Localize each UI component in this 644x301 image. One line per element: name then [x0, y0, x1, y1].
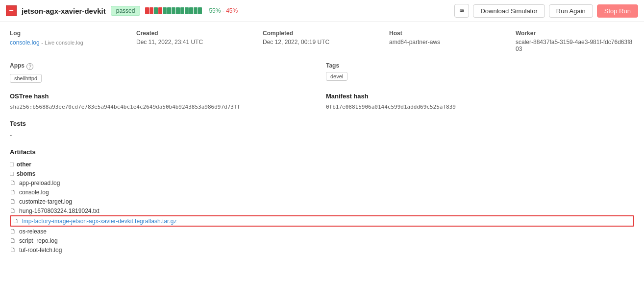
file-icon: 🗋 [13, 217, 19, 225]
progress-block-9 [185, 7, 189, 14]
progress-block-3 [158, 7, 162, 14]
folder-icon: □ [10, 170, 14, 177]
progress-block-6 [172, 7, 175, 14]
progress-block-2 [154, 7, 158, 14]
log-label: Log [10, 30, 128, 37]
artifact-name-2: app-preload.log [19, 180, 60, 186]
artifact-item-7: 🗋os-release [10, 227, 634, 236]
progress-block-4 [163, 7, 167, 14]
artifact-item-6[interactable]: 🗋lmp-factory-image-jetson-agx-xavier-dev… [10, 215, 634, 227]
terminal-button[interactable]: ⌨ [454, 4, 469, 18]
artifact-name-8: script_repo.log [19, 237, 58, 244]
run-again-button[interactable]: Run Again [549, 4, 593, 18]
artifacts-label: Artifacts [10, 148, 634, 156]
meta-worker: Worker scaler-88437fa5-3159-4ae3-981f-fd… [516, 30, 634, 52]
file-icon: 🗋 [10, 228, 16, 235]
artifact-link-6[interactable]: lmp-factory-image-jetson-agx-xavier-devk… [22, 218, 176, 225]
artifact-name-3: console.log [19, 189, 49, 196]
ostree-section: OSTree hash sha256:b5688a93ee70cd7e783e5… [10, 93, 318, 110]
folder-icon: □ [10, 161, 14, 168]
file-icon: 🗋 [10, 237, 16, 244]
file-icon: 🗋 [10, 188, 16, 196]
manifest-section: Manifest hash 0fb17e08815906a0144c599d1a… [326, 93, 634, 110]
download-simulator-button[interactable]: Download Simulator [473, 4, 545, 18]
progress-block-5 [167, 7, 171, 14]
header-left: jetson-agx-xavier-devkit passed 55% - 45… [6, 5, 238, 16]
artifact-item-5: 🗋hung-1670803224.1819024.txt [10, 206, 634, 215]
artifacts-list: □other□sboms🗋app-preload.log🗋console.log… [10, 160, 634, 255]
tests-label: Tests [10, 120, 634, 127]
file-icon: 🗋 [10, 246, 16, 254]
artifact-item-4: 🗋customize-target.log [10, 197, 634, 206]
apps-label: Apps [10, 62, 25, 69]
progress-block-11 [194, 7, 198, 14]
progress-block-1 [149, 7, 153, 14]
artifact-name-1: sboms [17, 170, 36, 177]
tests-value: - [10, 131, 634, 139]
artifact-item-1: □sboms [10, 169, 634, 178]
meta-tags: Tags devel [326, 62, 634, 83]
artifact-item-9: 🗋tuf-root-fetch.log [10, 245, 634, 255]
artifact-name-5: hung-1670803224.1819024.txt [19, 208, 99, 214]
meta-created: Created Dec 11, 2022, 23:41 UTC [136, 30, 255, 52]
apps-label-row: Apps ? [10, 62, 318, 71]
meta-completed: Completed Dec 12, 2022, 00:19 UTC [263, 30, 381, 52]
pct-dash: - [221, 7, 226, 14]
created-value: Dec 11, 2022, 23:41 UTC [136, 39, 255, 46]
apps-help-icon[interactable]: ? [26, 63, 33, 70]
artifact-name-4: customize-target.log [19, 198, 72, 205]
meta-apps: Apps ? shellhttpd [10, 62, 318, 83]
collapse-button[interactable] [6, 5, 17, 16]
meta-grid: Log console.log - Live console.log Creat… [10, 30, 634, 52]
artifact-name-9: tuf-root-fetch.log [19, 247, 62, 254]
stop-run-button[interactable]: Stop Run [597, 4, 638, 18]
app-tag-chip: shellhttpd [10, 74, 42, 83]
file-icon: 🗋 [10, 179, 16, 186]
completed-label: Completed [263, 30, 381, 37]
artifact-name-0: other [17, 161, 31, 168]
tag-chip: devel [326, 72, 347, 81]
pct-red: 45% [226, 7, 238, 14]
manifest-label: Manifest hash [326, 93, 634, 100]
tags-label: Tags [326, 62, 634, 69]
page-title: jetson-agx-xavier-devkit [22, 7, 106, 15]
progress-block-0 [145, 7, 149, 14]
file-icon: 🗋 [10, 198, 16, 205]
artifacts-section: Artifacts □other□sboms🗋app-preload.log🗋c… [10, 148, 634, 255]
host-label: Host [389, 30, 508, 37]
content: Log console.log - Live console.log Creat… [0, 22, 644, 272]
hash-grid: OSTree hash sha256:b5688a93ee70cd7e783e5… [10, 93, 634, 110]
progress-block-8 [180, 7, 184, 14]
tests-section: Tests - [10, 120, 634, 139]
artifact-name-7: os-release [19, 228, 47, 235]
completed-value: Dec 12, 2022, 00:19 UTC [263, 39, 381, 46]
pct-green: 55% [209, 7, 221, 14]
log-sub: - Live console.log [41, 40, 83, 46]
worker-label: Worker [516, 30, 634, 37]
progress-blocks [145, 7, 202, 14]
manifest-value: 0fb17e08815906a0144c599d1addd69c525af839 [326, 104, 634, 110]
progress-block-12 [198, 7, 202, 14]
file-icon: 🗋 [10, 207, 16, 214]
header: jetson-agx-xavier-devkit passed 55% - 45… [0, 0, 644, 22]
progress-text: 55% - 45% [209, 7, 238, 14]
console-log-link[interactable]: console.log [10, 39, 40, 46]
meta-host: Host amd64-partner-aws [389, 30, 508, 52]
artifact-item-0: □other [10, 160, 634, 169]
ostree-value: sha256:b5688a93ee70cd7e783e5a944bc4bc1e4… [10, 104, 318, 110]
log-link-row: console.log - Live console.log [10, 39, 128, 46]
created-label: Created [136, 30, 255, 37]
header-right: ⌨ Download Simulator Run Again Stop Run [454, 4, 638, 18]
ostree-label: OSTree hash [10, 93, 318, 100]
status-badge: passed [111, 6, 141, 16]
meta-log: Log console.log - Live console.log [10, 30, 128, 52]
host-value: amd64-partner-aws [389, 39, 508, 46]
apps-tags-row: Apps ? shellhttpd Tags devel [10, 62, 634, 83]
artifact-item-3: 🗋console.log [10, 187, 634, 197]
progress-block-10 [189, 7, 193, 14]
progress-block-7 [176, 7, 180, 14]
artifact-item-2: 🗋app-preload.log [10, 178, 634, 187]
worker-value: scaler-88437fa5-3159-4ae3-981f-fdc76d63f… [516, 39, 634, 52]
artifact-item-8: 🗋script_repo.log [10, 236, 634, 245]
